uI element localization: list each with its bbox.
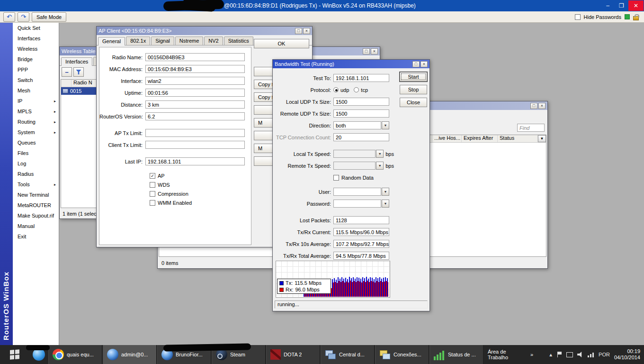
maximize-icon[interactable]: □ [363,48,370,55]
user-select[interactable] [333,188,381,196]
sidebar-item-quick-set[interactable]: Quick Set [13,23,59,33]
ok-button[interactable]: OK [254,39,309,48]
sidebar-item-exit[interactable]: Exit [13,231,59,242]
sidebar-item-queues[interactable]: Queues [13,137,59,148]
tcp-radio[interactable] [354,87,359,92]
sidebar-item-interfaces[interactable]: Interfaces [13,33,59,44]
sidebar-item-tools[interactable]: Tools▸ [13,179,59,190]
remove-button[interactable]: − [62,67,72,77]
wds-checkbox[interactable] [150,182,155,188]
sidebar-item-mpls[interactable]: MPLS▸ [13,106,59,117]
taskbar-item-quais-equ[interactable]: quais equ... [48,345,102,364]
minimize-icon[interactable]: – [601,0,615,11]
undo-button[interactable]: ↶ [3,12,15,22]
chevron-down-icon[interactable]: ▼ [382,188,389,196]
taskbar-item-conex-es[interactable]: Conexões... [375,345,429,364]
column-header-expires-after[interactable]: Expires After [462,135,498,142]
sidebar-item-make-supout-rif[interactable]: Make Supout.rif [13,210,59,221]
column-header-ive-hos[interactable]: ...ive Hos... [432,135,462,142]
sidebar-item-radius[interactable]: Radius [13,169,59,179]
tray-display-icon[interactable] [566,352,573,357]
maximize-icon[interactable]: □ [295,28,302,34]
safe-mode-button[interactable]: Safe Mode [32,12,66,22]
tab-802-1x[interactable]: 802.1x [126,36,150,45]
remote-tx-speed-input[interactable] [333,162,376,170]
sidebar-item-switch[interactable]: Switch [13,75,59,85]
sidebar-item-ip[interactable]: IP▸ [13,96,59,106]
main-titlebar[interactable]: @00:15:6D:84:B9:D1 (Rodrigues Tx) - WinB… [0,0,644,11]
last-ip-input[interactable]: 192.168.1.101 [145,157,245,165]
taskbar-item-central-d[interactable]: Central d... [321,345,375,364]
distance-input[interactable]: 3 km [145,100,245,109]
bandwidth-titlebar[interactable]: Bandwidth Test (Running) □ × [273,60,429,68]
password-select[interactable] [333,200,381,208]
start-button[interactable]: Start [400,72,427,82]
filter-button[interactable] [73,67,84,77]
direction-select[interactable]: both [333,121,381,129]
tray-flag-icon[interactable] [557,352,562,357]
sidebar-item-manual[interactable]: Manual [13,221,59,231]
random-data-checkbox[interactable] [333,175,339,181]
sidebar-item-log[interactable]: Log [13,158,59,169]
maximize-icon[interactable]: ❐ [615,0,628,11]
mac-address-input[interactable]: 00:15:6D:84:B9:E3 [145,65,245,73]
column-filter-dropdown-icon[interactable]: ▼ [538,135,546,142]
remote-udp-tx-size-input[interactable]: 1500 [333,109,389,118]
icon-column-header[interactable] [61,80,72,87]
sidebar-item-bridge[interactable]: Bridge [13,54,59,64]
interface-input[interactable]: wlan2 [145,77,245,85]
udp-radio[interactable] [333,87,339,92]
routeros-version-input[interactable]: 6.2 [145,112,245,120]
test-to-input[interactable]: 192.168.1.101 [333,74,389,82]
close-icon[interactable]: × [303,28,310,34]
sidebar-item-metarouter[interactable]: MetaROUTER [13,200,59,210]
taskbar-item-status-de[interactable]: Status de ... [429,345,483,364]
taskbar-item-admin-0[interactable]: admin@0... [103,345,157,364]
sidebar-item-files[interactable]: Files [13,148,59,158]
uptime-input[interactable]: 00:01:56 [145,89,245,97]
tab-general[interactable]: General [98,37,125,46]
close-icon[interactable]: × [420,61,428,67]
tray-volume-icon[interactable] [577,352,583,357]
chevron-down-icon[interactable]: ▼ [382,121,389,129]
sidebar-item-mesh[interactable]: Mesh [13,85,59,96]
tab-nv2[interactable]: NV2 [204,36,223,45]
wmm-enabled-checkbox[interactable] [150,200,155,206]
sidebar-item-system[interactable]: System▸ [13,127,59,137]
close-icon[interactable]: × [538,103,546,109]
client-tx-limit-input[interactable] [145,141,245,149]
radio-name-input[interactable]: 00156D84B9E3 [145,53,245,61]
column-header-status[interactable]: Status [498,135,538,142]
chevron-down-icon[interactable]: ▼ [376,162,384,170]
close-icon[interactable]: ✕ [628,0,644,11]
sidebar-item-new-terminal[interactable]: New Terminal [13,190,59,200]
sidebar-item-wireless[interactable]: Wireless [13,44,59,54]
tray-expand-icon[interactable]: ▲ [548,352,553,357]
chevron-down-icon[interactable]: ▼ [382,200,389,208]
close-icon[interactable]: × [371,48,378,55]
tcp-connection-count-input[interactable]: 20 [333,133,389,141]
language-indicator[interactable]: POR [599,352,610,357]
hide-passwords-checkbox[interactable] [575,14,581,20]
ap-client-titlebar[interactable]: AP Client <00:15:6D:84:B9:E3> □ × [97,27,312,35]
maximize-icon[interactable]: □ [412,61,420,67]
ap-tx-limit-input[interactable] [145,129,245,137]
start-button[interactable] [0,345,29,364]
redo-button[interactable]: ↷ [18,12,29,22]
tab-nstreme[interactable]: Nstreme [175,36,204,45]
sidebar-item-routing[interactable]: Routing▸ [13,117,59,127]
tab-signal[interactable]: Signal [151,36,174,45]
tray-clock[interactable]: 00:19 04/10/2014 [614,348,640,361]
taskbar-item-dota-2[interactable]: DOTA 2 [266,345,320,364]
tray-network-icon[interactable] [588,352,594,357]
sidebar-item-ppp[interactable]: PPP [13,64,59,75]
local-udp-tx-size-input[interactable]: 1500 [333,98,389,106]
find-input[interactable] [517,124,545,132]
compression-checkbox[interactable] [150,191,155,197]
tab-statistics[interactable]: Statistics [224,36,253,45]
ap-checkbox[interactable]: ✓ [150,173,155,179]
desktop-toolbar[interactable]: Área de Trabalho » [484,345,533,364]
chevron-down-icon[interactable]: ▼ [376,150,384,158]
stop-button[interactable]: Stop [400,85,427,94]
close-button[interactable]: Close [400,98,427,107]
